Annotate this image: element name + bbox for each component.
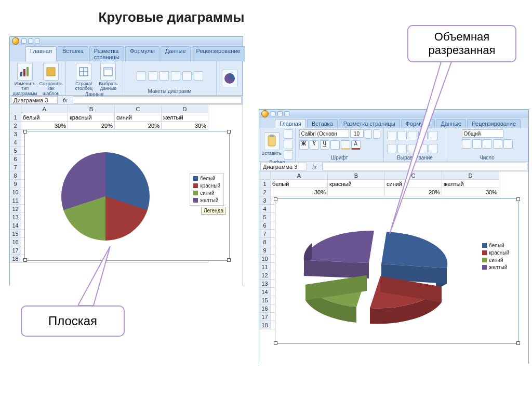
- chart-layout-option[interactable]: [159, 71, 169, 81]
- comma-button[interactable]: [483, 139, 492, 149]
- legend-item[interactable]: красный: [482, 250, 509, 256]
- pie-2d-plot[interactable]: [61, 152, 150, 241]
- row-header[interactable]: 1: [259, 180, 271, 188]
- row-header[interactable]: 10: [10, 188, 21, 196]
- row-header[interactable]: 2: [259, 188, 271, 196]
- col-header[interactable]: A: [271, 171, 328, 180]
- row-header[interactable]: 18: [10, 255, 21, 263]
- row-header[interactable]: 7: [259, 230, 271, 238]
- tab-insert[interactable]: Вставка: [307, 119, 338, 128]
- row-header[interactable]: 9: [10, 180, 21, 188]
- format-painter-button[interactable]: [284, 150, 293, 159]
- row-header[interactable]: 4: [10, 138, 21, 147]
- row-header[interactable]: 15: [10, 230, 21, 238]
- cell[interactable]: красный: [68, 113, 115, 122]
- number-format-combo[interactable]: Общий: [462, 129, 503, 138]
- fill-color-button[interactable]: [341, 140, 350, 150]
- col-header[interactable]: A: [21, 105, 68, 113]
- legend-item[interactable]: синий: [482, 257, 509, 263]
- legend-item[interactable]: белый: [482, 243, 509, 248]
- select-data-button[interactable]: Выбратьданные: [99, 63, 117, 91]
- row-header[interactable]: 14: [259, 288, 271, 296]
- chart-layout-option[interactable]: [137, 71, 146, 81]
- cell[interactable]: 20%: [68, 122, 115, 130]
- tab-home[interactable]: Главная: [25, 46, 57, 61]
- office-button[interactable]: [12, 37, 19, 45]
- row-header[interactable]: 11: [259, 263, 271, 271]
- cell[interactable]: желтый: [162, 113, 208, 122]
- row-header[interactable]: 8: [10, 171, 21, 180]
- legend-item[interactable]: синий: [193, 190, 220, 196]
- col-header[interactable]: B: [68, 105, 115, 113]
- row-header[interactable]: 17: [259, 313, 271, 321]
- cell[interactable]: 30%: [162, 122, 208, 130]
- row-header[interactable]: 3: [259, 196, 271, 205]
- row-header[interactable]: 5: [259, 213, 271, 221]
- chart-layout-option[interactable]: [194, 71, 203, 81]
- change-chart-type-button[interactable]: Изменить типдиаграммы: [12, 63, 37, 96]
- legend-item[interactable]: красный: [193, 183, 220, 189]
- shrink-font-button[interactable]: [373, 129, 380, 139]
- percent-button[interactable]: [472, 139, 482, 149]
- tab-layout[interactable]: Разметка страницы: [89, 46, 124, 61]
- cell[interactable]: 30%: [21, 122, 68, 130]
- border-button[interactable]: [330, 140, 340, 150]
- bold-button[interactable]: Ж: [299, 140, 309, 150]
- row-header[interactable]: 16: [259, 304, 271, 313]
- cell[interactable]: 20%: [115, 122, 162, 130]
- row-header[interactable]: 2: [10, 122, 21, 130]
- cell[interactable]: белый: [21, 113, 68, 122]
- row-header[interactable]: 4: [259, 205, 271, 213]
- select-all-corner[interactable]: [10, 105, 21, 113]
- row-header[interactable]: 14: [10, 221, 21, 230]
- cell[interactable]: [328, 188, 385, 196]
- fx-icon[interactable]: fx: [59, 97, 72, 103]
- cell[interactable]: красный: [328, 180, 385, 188]
- row-header[interactable]: 12: [259, 271, 271, 280]
- font-color-button[interactable]: A: [351, 140, 361, 150]
- cut-button[interactable]: [284, 129, 293, 139]
- font-size-combo[interactable]: 10: [350, 129, 364, 138]
- row-header[interactable]: 12: [10, 205, 21, 213]
- row-header[interactable]: 16: [10, 238, 21, 246]
- row-header[interactable]: 1: [10, 113, 21, 122]
- legend-item[interactable]: желтый: [482, 264, 509, 270]
- name-box[interactable]: Диаграмма 3: [260, 163, 307, 170]
- pie-chart-2d[interactable]: белый красный синий желтый Легенда: [24, 131, 230, 261]
- legend-item[interactable]: белый: [193, 176, 220, 181]
- row-header[interactable]: 18: [259, 321, 271, 329]
- cell[interactable]: синий: [115, 113, 162, 122]
- cell[interactable]: белый: [271, 180, 328, 188]
- increase-decimal-button[interactable]: [493, 139, 502, 149]
- tab-formulas[interactable]: Формулы: [125, 46, 159, 61]
- chart-layout-option[interactable]: [182, 71, 192, 81]
- row-header[interactable]: 8: [259, 238, 271, 246]
- chart-layout-option[interactable]: [148, 71, 157, 81]
- formula-bar[interactable]: [73, 96, 242, 104]
- row-header[interactable]: 7: [10, 163, 21, 171]
- quick-access-toolbar[interactable]: [21, 38, 40, 44]
- row-header[interactable]: 17: [10, 246, 21, 255]
- tab-data[interactable]: Данные: [161, 46, 191, 61]
- cell[interactable]: 30%: [271, 188, 328, 196]
- row-header[interactable]: 10: [259, 255, 271, 263]
- grow-font-button[interactable]: [365, 129, 372, 139]
- row-header[interactable]: 13: [259, 280, 271, 288]
- row-header[interactable]: 6: [259, 221, 271, 230]
- tab-review[interactable]: Рецензирование: [467, 119, 521, 128]
- row-header[interactable]: 13: [10, 213, 21, 221]
- office-button[interactable]: [261, 110, 269, 117]
- tab-insert[interactable]: Вставка: [58, 46, 88, 61]
- switch-row-col-button[interactable]: Строка/столбец: [71, 63, 97, 91]
- name-box[interactable]: Диаграмма 3: [11, 96, 58, 104]
- font-name-combo[interactable]: Calibri (Основн: [299, 129, 349, 138]
- col-header[interactable]: D: [162, 105, 208, 113]
- copy-button[interactable]: [284, 140, 293, 149]
- paste-button[interactable]: Вставить: [261, 132, 281, 156]
- italic-button[interactable]: К: [310, 140, 319, 150]
- fx-icon[interactable]: fx: [308, 164, 321, 170]
- col-header[interactable]: B: [328, 171, 385, 180]
- decrease-decimal-button[interactable]: [503, 139, 513, 149]
- row-header[interactable]: 6: [10, 155, 21, 163]
- chart-style-option[interactable]: [222, 70, 237, 87]
